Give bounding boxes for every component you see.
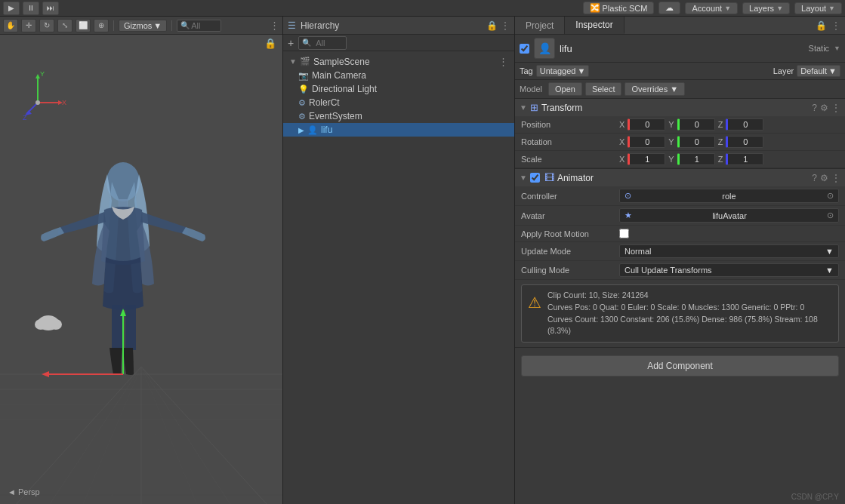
plastic-scm-button[interactable]: 🔀 Plastic SCM [583, 2, 655, 14]
hierarchy-item-samplescene[interactable]: ▼ 🎬 SampleScene ⋮ [283, 54, 514, 69]
hierarchy-item-lifu[interactable]: ▶ 👤 lifu [283, 123, 514, 137]
open-button[interactable]: Open [548, 82, 582, 96]
hierarchy-label: EventSystem [309, 111, 362, 121]
lock-icon[interactable]: 🔒 [264, 38, 276, 49]
tab-project[interactable]: Project [515, 17, 565, 34]
transform-menu-icon[interactable]: ⋮ [831, 103, 840, 113]
hierarchy-icon: ☰ [288, 20, 296, 31]
position-y[interactable]: 0 [677, 118, 715, 131]
animator-menu-icon[interactable]: ⋮ [831, 173, 840, 183]
rotate-tool-button[interactable]: ↻ [39, 19, 54, 32]
scale-z[interactable]: 1 [726, 153, 763, 165]
object-name[interactable]: lifu [560, 43, 804, 54]
hand-tool-button[interactable]: ✋ [3, 19, 18, 32]
animator-settings-icon[interactable]: ⚙ [820, 173, 828, 183]
rect-tool-button[interactable]: ⬜ [76, 19, 91, 32]
controller-target-icon[interactable]: ⊙ [827, 191, 834, 201]
pause-button[interactable]: ⏸ [23, 2, 39, 15]
scale-x[interactable]: 1 [628, 153, 665, 165]
hierarchy-header-icons[interactable]: 🔒 ⋮ [486, 20, 510, 31]
play-button[interactable]: ▶ [3, 2, 20, 15]
hierarchy-item-rolerct[interactable]: ⚙ RolerCt [283, 96, 514, 109]
layout-button[interactable]: Layout ▼ [794, 2, 842, 14]
scene-search-input[interactable] [191, 21, 217, 30]
move-tool-button[interactable]: ✛ [21, 19, 36, 32]
hierarchy-add-button[interactable]: + [286, 37, 295, 49]
hierarchy-header: ☰ Hierarchy 🔒 ⋮ [283, 17, 514, 35]
update-mode-row: Update Mode Normal ▼ [515, 242, 845, 261]
y-axis-label: Y [668, 137, 674, 146]
layer-dropdown-icon: ▼ [828, 66, 837, 75]
scene-options-icon[interactable]: ⋮ [498, 56, 508, 67]
z-axis-label: Z [718, 155, 723, 164]
static-label: Static [809, 44, 830, 53]
watermark: CSDN @CP.Y [791, 493, 839, 501]
scene-menu-button[interactable]: ⋮ [270, 20, 279, 31]
animator-expand-icon: ▼ [520, 174, 527, 182]
transform-header[interactable]: ▼ ⊞ Transform ? ⚙ ⋮ [515, 99, 845, 116]
transform-help-icon[interactable]: ? [812, 103, 817, 113]
hierarchy-search-icon: 🔍 [302, 38, 311, 47]
top-bar: ▶ ⏸ ⏭ 🔀 Plastic SCM ☁ Account ▼ Layers ▼… [0, 0, 845, 17]
hierarchy-item-eventsystem[interactable]: ⚙ EventSystem [283, 109, 514, 123]
light-icon: 💡 [298, 85, 309, 94]
animator-help-icon[interactable]: ? [812, 173, 817, 183]
select-button[interactable]: Select [585, 82, 622, 96]
layout-arrow-icon: ▼ [828, 5, 835, 12]
animator-header[interactable]: ▼ 🎞 Animator ? ⚙ ⋮ [515, 169, 845, 186]
hierarchy-item-maincamera[interactable]: 📷 Main Camera [283, 69, 514, 82]
playback-controls: ▶ ⏸ ⏭ [3, 2, 59, 15]
add-component-button[interactable]: Add Component [521, 355, 839, 376]
controller-field[interactable]: ⊙ role ⊙ [619, 189, 839, 203]
rotation-z[interactable]: 0 [726, 136, 763, 148]
step-button[interactable]: ⏭ [42, 2, 59, 15]
hierarchy-search-input[interactable] [313, 38, 343, 48]
rotation-x[interactable]: 0 [628, 136, 665, 148]
active-toggle[interactable] [520, 44, 529, 54]
layers-button[interactable]: Layers ▼ [742, 2, 790, 14]
overrides-button[interactable]: Overrides ▼ [624, 82, 685, 96]
scale-tool-button[interactable]: ⤡ [57, 19, 72, 32]
scene-view[interactable]: Y X Z 🔒 [0, 35, 282, 504]
svg-text:X: X [62, 99, 66, 106]
tag-select[interactable]: Untagged ▼ [536, 65, 590, 77]
animator-active-toggle[interactable] [530, 173, 540, 183]
account-arrow-icon: ▼ [724, 5, 731, 12]
tab-inspector[interactable]: Inspector [565, 17, 624, 34]
hierarchy-search-box[interactable]: 🔍 [298, 36, 347, 50]
update-mode-select[interactable]: Normal ▼ [619, 244, 839, 258]
animator-icon: 🎞 [544, 172, 554, 183]
layer-select[interactable]: Default ▼ [797, 65, 840, 77]
scene-search-box[interactable]: 🔍 [177, 20, 221, 32]
hierarchy-item-directionallight[interactable]: 💡 Directional Light [283, 82, 514, 96]
transform-settings-icon[interactable]: ⚙ [820, 103, 828, 113]
plastic-scm-icon: 🔀 [590, 3, 600, 13]
warning-icon: ⚠ [528, 291, 541, 337]
scale-y[interactable]: 1 [677, 153, 715, 165]
gizmos-button[interactable]: Gizmos ▼ [119, 20, 167, 32]
transform-tool-button[interactable]: ⊕ [94, 19, 109, 32]
account-button[interactable]: Account ▼ [685, 2, 738, 14]
avatar-target-icon[interactable]: ⊙ [827, 211, 834, 220]
position-x[interactable]: 0 [628, 118, 665, 131]
inspector-menu-icon[interactable]: ⋮ [831, 20, 840, 31]
static-arrow-icon[interactable]: ▼ [834, 45, 840, 52]
y-axis-label: Y [668, 120, 674, 129]
hierarchy-lock-icon[interactable]: 🔒 [486, 20, 498, 31]
x-axis-label: X [619, 120, 624, 129]
apply-root-motion-checkbox[interactable] [619, 229, 629, 238]
inspector-lock-icon[interactable]: 🔒 [816, 20, 827, 31]
rotation-y[interactable]: 0 [677, 136, 715, 148]
tag-layer-row: Tag Untagged ▼ Layer Default ▼ [515, 63, 845, 80]
transform-icon: ⊞ [530, 102, 538, 113]
culling-mode-row: Culling Mode Cull Update Transforms ▼ [515, 261, 845, 280]
avatar-field[interactable]: ★ lifuAvatar ⊙ [619, 208, 839, 223]
x-axis-label: X [619, 155, 624, 164]
culling-mode-select[interactable]: Cull Update Transforms ▼ [619, 263, 839, 277]
scene-toolbar: ✋ ✛ ↻ ⤡ ⬜ ⊕ Gizmos ▼ 🔍 ⋮ [0, 17, 282, 35]
hierarchy-menu-icon[interactable]: ⋮ [501, 20, 510, 31]
position-z[interactable]: 0 [726, 118, 763, 131]
scale-values: X 1 Y 1 Z 1 [619, 153, 839, 165]
cloud-button[interactable]: ☁ [658, 2, 680, 14]
hierarchy-panel: ☰ Hierarchy 🔒 ⋮ + 🔍 ▼ 🎬 SampleScene ⋮ [283, 17, 515, 504]
